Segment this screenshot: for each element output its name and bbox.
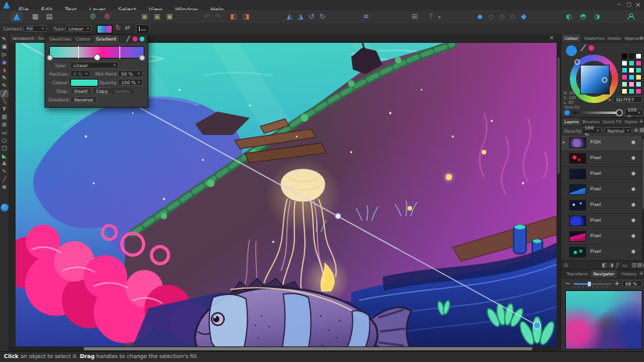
reverse-gradient-icon[interactable]: ⇄ [125, 24, 130, 31]
layer-visibility-dot[interactable]: ● [632, 217, 635, 222]
fill-colour-circle[interactable] [566, 45, 577, 56]
boolean-divide-icon[interactable]: ◇ [507, 10, 518, 23]
blend-mode-select[interactable]: Normal▾ [604, 127, 632, 134]
layer-thumbnail[interactable] [569, 200, 586, 211]
vector-crop-tool[interactable]: ⊞ [0, 121, 9, 129]
layer-row-pixel-5[interactable]: Pixel ● [561, 214, 642, 229]
redo-icon[interactable]: ↷ [212, 10, 223, 23]
gradient-stop-mid-line-2[interactable] [119, 46, 120, 59]
layer-name[interactable]: Pixel [590, 154, 601, 160]
tab-colour[interactable]: Colour [73, 35, 93, 43]
pencil-tool[interactable]: ✎ [0, 82, 9, 90]
layer-options-icon[interactable]: ▤ [639, 127, 644, 133]
layer-row-pixel-7[interactable]: Pixel ● [561, 245, 642, 261]
mask-layer-icon[interactable]: ◧ [602, 262, 607, 268]
colour-eyedropper-icon[interactable]: ╱ [581, 44, 585, 52]
gradient-stop-mid-line[interactable] [78, 46, 79, 59]
zoom-value-field[interactable]: 68 % [622, 280, 642, 287]
adjustment-layer-icon[interactable]: ◑ [609, 262, 614, 268]
layer-visibility-dot[interactable]: ● [632, 170, 635, 176]
pixel-layer-icon[interactable]: ▭ [622, 262, 628, 268]
panel-menu-icon[interactable]: ≡ [639, 34, 643, 40]
tab-transform[interactable]: Transform [564, 270, 590, 278]
colour-selector-dot[interactable] [1, 204, 9, 211]
artboard-tool[interactable]: ▣ [0, 43, 9, 51]
ellipse-tool[interactable]: ○ [0, 137, 9, 144]
navigator-preview[interactable] [565, 290, 642, 350]
zoom-out-button[interactable]: − [565, 280, 571, 287]
layer-name[interactable]: Pixel [590, 201, 601, 207]
layer-name[interactable]: Pixel [590, 170, 601, 176]
tab-history[interactable]: History [619, 270, 639, 278]
layer-row-pixel-4[interactable]: Pixel ● [561, 198, 642, 214]
pixel-pencil-tool[interactable]: ✎ [0, 168, 9, 176]
hex-field[interactable]: 0D7FE7 [613, 96, 642, 103]
boolean-intersect-icon[interactable]: ◇ [496, 10, 507, 23]
copy-stop-button[interactable]: Copy [92, 87, 112, 94]
layer-thumbnail[interactable] [569, 137, 586, 148]
assets-gear-icon[interactable]: ⚙ [101, 10, 112, 23]
stop-colour-swatch[interactable] [70, 79, 98, 87]
gradient-stop-start[interactable] [47, 55, 53, 61]
eyedropper-icon[interactable]: ╱ [126, 36, 130, 42]
layer-name[interactable]: Pixel [590, 232, 601, 238]
undo-icon[interactable]: ↶ [201, 10, 212, 23]
opacity-slider-handle[interactable] [616, 109, 623, 116]
layer-name[interactable]: Pixel [590, 248, 601, 254]
rotate-gradient-icon[interactable]: ↻ [116, 24, 121, 31]
artistic-text-tool[interactable]: A [0, 160, 9, 168]
primary-colour-dot[interactable] [140, 37, 144, 41]
layer-visibility-dot[interactable]: ● [632, 232, 635, 238]
layer-name[interactable]: FISH [590, 139, 601, 144]
layer-name[interactable]: Pixel [590, 217, 601, 222]
layer-thumbnail[interactable] [569, 184, 586, 195]
transparency-tool[interactable]: ▨ [0, 113, 9, 121]
layer-row-fish[interactable]: ▸ FISH ● [561, 136, 642, 151]
layer-row-pixel-2[interactable]: Pixel ● [561, 167, 642, 183]
boolean-combine-icon[interactable]: ◆ [518, 10, 529, 23]
rotate-cw-icon[interactable]: ↻ [317, 10, 328, 23]
position-select[interactable]: 0 %▾ [70, 70, 91, 77]
pixel-brush-tool[interactable]: ╱ [0, 176, 9, 183]
gradient-type-select[interactable]: Linear▾ [66, 25, 92, 32]
flip-vertical-icon[interactable]: ◮ [295, 10, 306, 23]
secondary-colour-dot[interactable] [133, 37, 137, 41]
layer-expand-chevron[interactable]: ▸ [563, 139, 565, 144]
layer-visibility-dot[interactable]: ● [632, 186, 635, 191]
rotate-ccw-icon[interactable]: ↺ [306, 10, 317, 23]
account-person-icon[interactable] [624, 11, 635, 23]
layer-visibility-dot[interactable]: ● [632, 154, 635, 160]
designer-persona-button[interactable] [11, 12, 23, 22]
point-transform-tool[interactable]: ◉ [0, 59, 9, 66]
gradient-end-handle[interactable] [534, 322, 541, 329]
grid-view-icon[interactable]: ▦ [30, 10, 41, 23]
rounded-rectangle-tool[interactable]: ▢ [0, 144, 9, 152]
contour-tool[interactable]: ◗ [0, 66, 9, 74]
lock-layer-icon[interactable]: ⊗ [634, 127, 639, 133]
tab-styles[interactable]: Styles [622, 118, 640, 126]
layers-menu-icon[interactable]: ≡ [639, 118, 643, 123]
alt-colour-dot[interactable] [589, 45, 594, 51]
layer-thumbnail[interactable] [569, 231, 586, 242]
tab-stroke-panel[interactable]: Stroke [605, 34, 624, 42]
pen-tool[interactable]: ✎ [0, 74, 9, 82]
navigator-menu-icon[interactable]: ≡ [639, 270, 643, 275]
flip-horizontal-icon[interactable]: ◭ [284, 10, 295, 23]
paste-style-icon[interactable]: ◧ [228, 10, 239, 23]
corner-tool[interactable]: ◣ [0, 152, 9, 160]
layer-row-pixel-3[interactable]: Pixel ● [561, 183, 642, 198]
opacity-value-select[interactable]: 100 %▾ [624, 109, 643, 116]
node-tool[interactable]: ▷ [0, 51, 9, 59]
tab-layers[interactable]: Layers [562, 118, 581, 126]
order-front-icon[interactable]: ◐ [564, 10, 575, 23]
context-select[interactable]: Fill▾ [23, 25, 47, 32]
group-layer-icon[interactable]: ▥ [632, 262, 637, 268]
move-tool[interactable]: ↖ [0, 35, 9, 43]
selection-box-icon-1[interactable]: ▣ [139, 10, 150, 23]
layers-opacity-select[interactable]: 100 %▾ [582, 127, 602, 134]
window-minimize-button[interactable]: – [617, 0, 621, 9]
document-icon[interactable]: ▤ [44, 10, 55, 23]
paste-fx-icon[interactable]: ◨ [240, 10, 251, 23]
fill-tool[interactable]: Y [0, 105, 9, 113]
layer-name[interactable]: Pixel [590, 186, 601, 191]
